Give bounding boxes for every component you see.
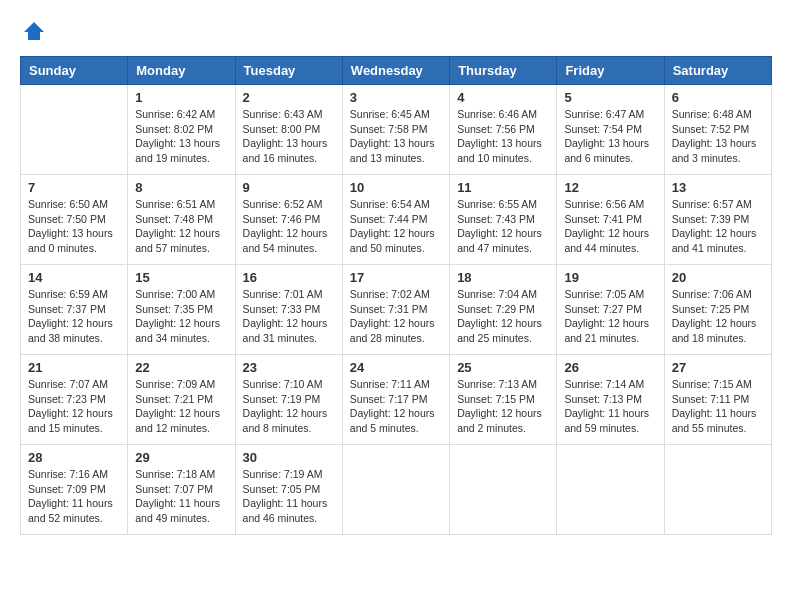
day-cell: 13Sunrise: 6:57 AM Sunset: 7:39 PM Dayli… <box>664 175 771 265</box>
day-cell: 6Sunrise: 6:48 AM Sunset: 7:52 PM Daylig… <box>664 85 771 175</box>
day-cell: 23Sunrise: 7:10 AM Sunset: 7:19 PM Dayli… <box>235 355 342 445</box>
day-cell: 16Sunrise: 7:01 AM Sunset: 7:33 PM Dayli… <box>235 265 342 355</box>
day-info: Sunrise: 7:06 AM Sunset: 7:25 PM Dayligh… <box>672 287 764 346</box>
day-cell: 27Sunrise: 7:15 AM Sunset: 7:11 PM Dayli… <box>664 355 771 445</box>
day-number: 21 <box>28 360 120 375</box>
day-cell: 2Sunrise: 6:43 AM Sunset: 8:00 PM Daylig… <box>235 85 342 175</box>
logo-icon <box>22 20 46 44</box>
day-cell: 8Sunrise: 6:51 AM Sunset: 7:48 PM Daylig… <box>128 175 235 265</box>
day-number: 17 <box>350 270 442 285</box>
day-cell: 18Sunrise: 7:04 AM Sunset: 7:29 PM Dayli… <box>450 265 557 355</box>
day-number: 4 <box>457 90 549 105</box>
header-row: SundayMondayTuesdayWednesdayThursdayFrid… <box>21 57 772 85</box>
weekday-header: Friday <box>557 57 664 85</box>
day-cell: 28Sunrise: 7:16 AM Sunset: 7:09 PM Dayli… <box>21 445 128 535</box>
day-info: Sunrise: 7:16 AM Sunset: 7:09 PM Dayligh… <box>28 467 120 526</box>
week-row: 28Sunrise: 7:16 AM Sunset: 7:09 PM Dayli… <box>21 445 772 535</box>
day-cell <box>342 445 449 535</box>
day-info: Sunrise: 7:02 AM Sunset: 7:31 PM Dayligh… <box>350 287 442 346</box>
day-info: Sunrise: 6:55 AM Sunset: 7:43 PM Dayligh… <box>457 197 549 256</box>
day-cell: 25Sunrise: 7:13 AM Sunset: 7:15 PM Dayli… <box>450 355 557 445</box>
day-info: Sunrise: 7:11 AM Sunset: 7:17 PM Dayligh… <box>350 377 442 436</box>
day-number: 24 <box>350 360 442 375</box>
day-info: Sunrise: 6:42 AM Sunset: 8:02 PM Dayligh… <box>135 107 227 166</box>
day-number: 30 <box>243 450 335 465</box>
day-cell: 4Sunrise: 6:46 AM Sunset: 7:56 PM Daylig… <box>450 85 557 175</box>
day-number: 22 <box>135 360 227 375</box>
day-cell: 20Sunrise: 7:06 AM Sunset: 7:25 PM Dayli… <box>664 265 771 355</box>
day-cell: 15Sunrise: 7:00 AM Sunset: 7:35 PM Dayli… <box>128 265 235 355</box>
day-number: 16 <box>243 270 335 285</box>
day-cell: 29Sunrise: 7:18 AM Sunset: 7:07 PM Dayli… <box>128 445 235 535</box>
day-cell: 21Sunrise: 7:07 AM Sunset: 7:23 PM Dayli… <box>21 355 128 445</box>
day-cell: 7Sunrise: 6:50 AM Sunset: 7:50 PM Daylig… <box>21 175 128 265</box>
day-info: Sunrise: 6:47 AM Sunset: 7:54 PM Dayligh… <box>564 107 656 166</box>
day-info: Sunrise: 6:50 AM Sunset: 7:50 PM Dayligh… <box>28 197 120 256</box>
day-info: Sunrise: 6:48 AM Sunset: 7:52 PM Dayligh… <box>672 107 764 166</box>
day-cell: 17Sunrise: 7:02 AM Sunset: 7:31 PM Dayli… <box>342 265 449 355</box>
day-cell: 12Sunrise: 6:56 AM Sunset: 7:41 PM Dayli… <box>557 175 664 265</box>
day-info: Sunrise: 7:05 AM Sunset: 7:27 PM Dayligh… <box>564 287 656 346</box>
day-cell: 26Sunrise: 7:14 AM Sunset: 7:13 PM Dayli… <box>557 355 664 445</box>
weekday-header: Monday <box>128 57 235 85</box>
day-number: 10 <box>350 180 442 195</box>
day-number: 27 <box>672 360 764 375</box>
day-cell <box>450 445 557 535</box>
day-number: 13 <box>672 180 764 195</box>
day-info: Sunrise: 7:07 AM Sunset: 7:23 PM Dayligh… <box>28 377 120 436</box>
day-cell <box>21 85 128 175</box>
day-cell: 5Sunrise: 6:47 AM Sunset: 7:54 PM Daylig… <box>557 85 664 175</box>
day-number: 19 <box>564 270 656 285</box>
day-number: 15 <box>135 270 227 285</box>
day-number: 28 <box>28 450 120 465</box>
day-info: Sunrise: 7:15 AM Sunset: 7:11 PM Dayligh… <box>672 377 764 436</box>
day-cell <box>557 445 664 535</box>
day-info: Sunrise: 6:54 AM Sunset: 7:44 PM Dayligh… <box>350 197 442 256</box>
day-number: 9 <box>243 180 335 195</box>
day-info: Sunrise: 7:14 AM Sunset: 7:13 PM Dayligh… <box>564 377 656 436</box>
day-info: Sunrise: 7:00 AM Sunset: 7:35 PM Dayligh… <box>135 287 227 346</box>
day-number: 29 <box>135 450 227 465</box>
calendar: SundayMondayTuesdayWednesdayThursdayFrid… <box>20 56 772 535</box>
weekday-header: Wednesday <box>342 57 449 85</box>
day-info: Sunrise: 6:56 AM Sunset: 7:41 PM Dayligh… <box>564 197 656 256</box>
day-info: Sunrise: 7:18 AM Sunset: 7:07 PM Dayligh… <box>135 467 227 526</box>
day-info: Sunrise: 6:57 AM Sunset: 7:39 PM Dayligh… <box>672 197 764 256</box>
day-number: 12 <box>564 180 656 195</box>
day-number: 7 <box>28 180 120 195</box>
logo <box>20 20 46 44</box>
day-number: 3 <box>350 90 442 105</box>
header <box>20 20 772 40</box>
day-number: 14 <box>28 270 120 285</box>
day-number: 1 <box>135 90 227 105</box>
page: SundayMondayTuesdayWednesdayThursdayFrid… <box>0 0 792 555</box>
day-number: 23 <box>243 360 335 375</box>
day-info: Sunrise: 7:09 AM Sunset: 7:21 PM Dayligh… <box>135 377 227 436</box>
day-number: 2 <box>243 90 335 105</box>
week-row: 1Sunrise: 6:42 AM Sunset: 8:02 PM Daylig… <box>21 85 772 175</box>
day-cell: 9Sunrise: 6:52 AM Sunset: 7:46 PM Daylig… <box>235 175 342 265</box>
day-info: Sunrise: 7:19 AM Sunset: 7:05 PM Dayligh… <box>243 467 335 526</box>
day-info: Sunrise: 6:46 AM Sunset: 7:56 PM Dayligh… <box>457 107 549 166</box>
day-cell: 19Sunrise: 7:05 AM Sunset: 7:27 PM Dayli… <box>557 265 664 355</box>
weekday-header: Sunday <box>21 57 128 85</box>
day-cell: 24Sunrise: 7:11 AM Sunset: 7:17 PM Dayli… <box>342 355 449 445</box>
weekday-header: Saturday <box>664 57 771 85</box>
day-info: Sunrise: 6:59 AM Sunset: 7:37 PM Dayligh… <box>28 287 120 346</box>
day-info: Sunrise: 7:01 AM Sunset: 7:33 PM Dayligh… <box>243 287 335 346</box>
logo-area <box>20 20 46 40</box>
day-number: 18 <box>457 270 549 285</box>
day-cell: 3Sunrise: 6:45 AM Sunset: 7:58 PM Daylig… <box>342 85 449 175</box>
day-info: Sunrise: 6:45 AM Sunset: 7:58 PM Dayligh… <box>350 107 442 166</box>
day-info: Sunrise: 7:13 AM Sunset: 7:15 PM Dayligh… <box>457 377 549 436</box>
day-cell: 11Sunrise: 6:55 AM Sunset: 7:43 PM Dayli… <box>450 175 557 265</box>
svg-marker-0 <box>24 22 44 40</box>
day-info: Sunrise: 6:52 AM Sunset: 7:46 PM Dayligh… <box>243 197 335 256</box>
day-number: 26 <box>564 360 656 375</box>
day-number: 20 <box>672 270 764 285</box>
day-number: 5 <box>564 90 656 105</box>
day-number: 25 <box>457 360 549 375</box>
day-number: 8 <box>135 180 227 195</box>
day-info: Sunrise: 6:51 AM Sunset: 7:48 PM Dayligh… <box>135 197 227 256</box>
day-cell: 30Sunrise: 7:19 AM Sunset: 7:05 PM Dayli… <box>235 445 342 535</box>
